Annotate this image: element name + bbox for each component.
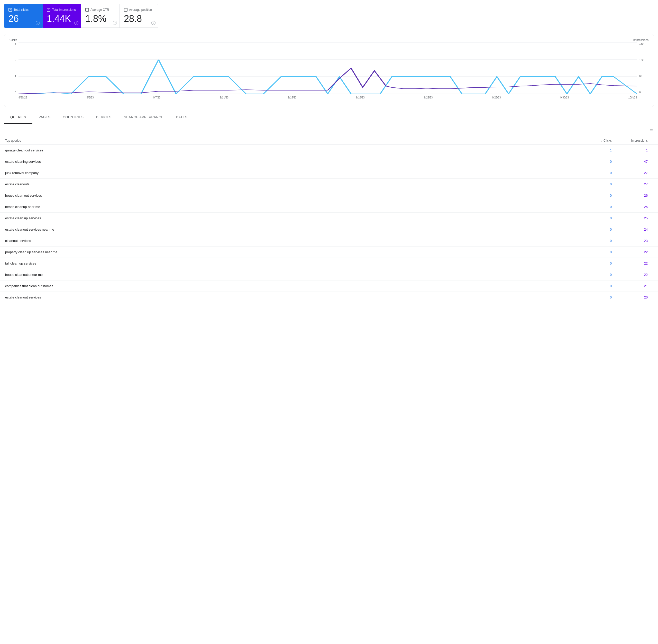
y-axis-right: 180 120 60 0 (638, 42, 649, 94)
metric-average-ctr[interactable]: Average CTR 1.8% ? (81, 4, 120, 28)
query-text: estate clean up services (5, 216, 591, 220)
right-axis-label: Impressions (633, 38, 649, 41)
filter-bar: ≡ (0, 124, 658, 136)
clicks-value: 0 (591, 193, 622, 198)
chart-svg (19, 42, 637, 94)
impressions-checkbox[interactable] (47, 8, 50, 12)
impressions-help-icon[interactable]: ? (74, 21, 78, 25)
query-text: companies that clean out homes (5, 284, 591, 288)
clicks-checkbox[interactable] (8, 8, 12, 12)
table-row[interactable]: fall clean up services022 (0, 258, 658, 269)
table-row[interactable]: estate clean up services025 (0, 213, 658, 224)
metrics-row: Total clicks 26 ? Total impressions 1.44… (0, 0, 658, 32)
impressions-value: 22 (622, 273, 653, 277)
tab-devices[interactable]: DEVICES (90, 111, 118, 124)
clicks-header-label: ↓ Clicks (601, 139, 612, 142)
query-text: house cleanouts near me (5, 273, 591, 277)
table-row[interactable]: beach cleanup near me025 (0, 201, 658, 213)
col-header-impressions[interactable]: Impressions (622, 138, 653, 142)
query-text: cleanout services (5, 239, 591, 243)
ctr-help-icon[interactable]: ? (113, 21, 117, 25)
table-row[interactable]: estate cleanouts027 (0, 179, 658, 190)
tab-dates[interactable]: DATES (170, 111, 193, 124)
clicks-value: 0 (591, 273, 622, 277)
clicks-value: 1 (591, 148, 622, 152)
table-row[interactable]: cleanout services023 (0, 235, 658, 247)
clicks-value: 0 (591, 182, 622, 186)
metric-position-value: 28.8 (124, 14, 153, 24)
ctr-checkbox[interactable] (85, 8, 89, 12)
metric-average-position[interactable]: Average position 28.8 ? (120, 4, 158, 28)
clicks-value: 0 (591, 205, 622, 209)
query-text: junk removal company (5, 171, 591, 175)
table-row[interactable]: companies that clean out homes021 (0, 280, 658, 292)
tab-countries[interactable]: COUNTRIES (56, 111, 90, 124)
clicks-value: 0 (591, 261, 622, 265)
data-table: Top queries ↓ Clicks Impressions garage … (0, 136, 658, 303)
chart-area: Clicks Impressions 3 2 1 0 180 120 60 0 (4, 34, 654, 107)
tabs-container: QUERIES PAGES COUNTRIES DEVICES SEARCH A… (0, 111, 658, 124)
query-text: garage clean out services (5, 148, 591, 152)
sort-arrow-icon: ↓ (601, 139, 603, 142)
metric-impressions-label: Total impressions (47, 8, 76, 12)
impressions-value: 25 (622, 205, 653, 209)
impressions-value: 20 (622, 295, 653, 299)
impressions-value: 24 (622, 228, 653, 231)
table-row[interactable]: estate cleanout services near me024 (0, 224, 658, 235)
metric-clicks-label: Total clicks (8, 8, 37, 12)
impressions-value: 47 (622, 160, 653, 163)
table-row[interactable]: property clean up services near me022 (0, 247, 658, 258)
impressions-value: 22 (622, 250, 653, 254)
x-axis-labels: 8/30/23 9/3/23 9/7/23 9/11/23 9/15/23 9/… (19, 96, 637, 99)
table-row[interactable]: house clean out services026 (0, 190, 658, 201)
clicks-value: 0 (591, 171, 622, 175)
page-wrapper: Total clicks 26 ? Total impressions 1.44… (0, 0, 658, 644)
filter-icon[interactable]: ≡ (650, 127, 653, 133)
clicks-value: 0 (591, 216, 622, 220)
impressions-value: 26 (622, 193, 653, 198)
table-header-row: Top queries ↓ Clicks Impressions (0, 136, 658, 145)
clicks-value: 0 (591, 228, 622, 231)
impressions-value: 27 (622, 182, 653, 186)
clicks-help-icon[interactable]: ? (36, 21, 40, 25)
metric-total-clicks[interactable]: Total clicks 26 ? (4, 4, 43, 28)
clicks-value: 0 (591, 284, 622, 288)
clicks-value: 0 (591, 250, 622, 254)
tab-queries[interactable]: QUERIES (4, 111, 32, 124)
metric-total-impressions[interactable]: Total impressions 1.44K ? (43, 4, 81, 28)
query-text: estate cleanouts (5, 182, 591, 186)
position-checkbox[interactable] (124, 8, 127, 12)
query-text: estate cleanout services (5, 295, 591, 299)
impressions-value: 25 (622, 216, 653, 220)
tab-pages[interactable]: PAGES (32, 111, 56, 124)
query-header-label: Top queries (5, 139, 21, 142)
query-text: beach cleanup near me (5, 205, 591, 209)
table-rows-container: garage clean out services11estate cleani… (0, 145, 658, 303)
chart-container: 3 2 1 0 180 120 60 0 (9, 42, 649, 99)
metric-impressions-value: 1.44K (47, 14, 76, 24)
table-row[interactable]: garage clean out services11 (0, 145, 658, 156)
impressions-value: 23 (622, 239, 653, 243)
impressions-value: 27 (622, 171, 653, 175)
tabs-row: QUERIES PAGES COUNTRIES DEVICES SEARCH A… (0, 111, 658, 124)
query-text: property clean up services near me (5, 250, 591, 254)
table-row[interactable]: house cleanouts near me022 (0, 269, 658, 280)
table-row[interactable]: junk removal company027 (0, 167, 658, 179)
metric-ctr-value: 1.8% (85, 14, 114, 24)
query-text: house clean out services (5, 193, 591, 198)
metric-ctr-label: Average CTR (85, 8, 114, 12)
impressions-header-label: Impressions (631, 139, 648, 142)
clicks-value: 0 (591, 160, 622, 163)
y-axis-left: 3 2 1 0 (9, 42, 17, 94)
col-header-clicks[interactable]: ↓ Clicks (591, 138, 622, 142)
query-text: estate cleanout services near me (5, 228, 591, 231)
impressions-value: 1 (622, 148, 653, 152)
chart-axes-labels: Clicks Impressions (9, 38, 649, 41)
table-row[interactable]: estate cleaning services047 (0, 156, 658, 167)
table-row[interactable]: estate cleanout services020 (0, 292, 658, 303)
metric-position-label: Average position (124, 8, 153, 12)
col-header-query: Top queries (5, 138, 591, 142)
tab-search-appearance[interactable]: SEARCH APPEARANCE (118, 111, 170, 124)
position-help-icon[interactable]: ? (151, 21, 156, 25)
impressions-value: 22 (622, 261, 653, 265)
